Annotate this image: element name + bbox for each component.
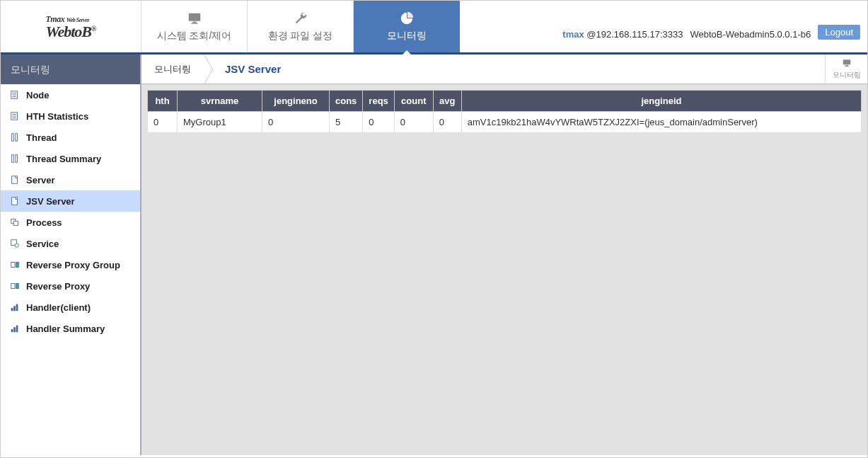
- cell-hth: 0: [148, 112, 178, 133]
- cell-count: 0: [394, 112, 433, 133]
- sidebar-item-thread-summary[interactable]: Thread Summary: [1, 148, 140, 169]
- breadcrumb-current: JSV Server: [204, 55, 302, 84]
- logo: Tmax Web Server WebtoB®: [1, 1, 141, 52]
- sidebar-item-process[interactable]: Process: [1, 212, 140, 233]
- col-svrname: svrname: [178, 91, 262, 112]
- tab-monitoring-label: 모니터링: [387, 30, 427, 42]
- sidebar: 모니터링 Node HTH Statistics Thread Thread S…: [1, 55, 141, 455]
- cell-reqs: 0: [363, 112, 394, 133]
- data-table: hth svrname jengineno cons reqs count av…: [147, 90, 862, 133]
- svg-rect-14: [16, 155, 18, 163]
- sidebar-item-label: Process: [26, 217, 62, 228]
- tab-monitoring[interactable]: 모니터링: [354, 1, 460, 52]
- svg-rect-24: [16, 284, 19, 289]
- sidebar-item-label: HTH Statistics: [26, 111, 88, 122]
- doc-icon: [9, 89, 21, 101]
- sidebar-item-handler-client[interactable]: Handler(client): [1, 297, 140, 318]
- sidebar-item-label: Reverse Proxy: [26, 281, 90, 292]
- breadcrumb-monitor-label: 모니터링: [833, 70, 861, 80]
- table-header-row: hth svrname jengineno cons reqs count av…: [148, 91, 862, 112]
- wrench-icon: [293, 11, 308, 26]
- sidebar-item-label: Server: [26, 175, 54, 185]
- tab-config-label: 환경 파일 설정: [268, 30, 333, 42]
- page-icon: [9, 195, 21, 207]
- svg-rect-1: [192, 22, 197, 23]
- svg-point-20: [15, 244, 18, 247]
- tab-config[interactable]: 환경 파일 설정: [248, 1, 354, 52]
- sidebar-item-reverse-proxy-group[interactable]: Reverse Proxy Group: [1, 254, 140, 275]
- sidebar-item-thread[interactable]: Thread: [1, 127, 140, 148]
- svg-rect-30: [16, 326, 18, 333]
- chart-icon: [9, 302, 21, 313]
- monitor-icon: [840, 58, 853, 69]
- proxy-icon: [9, 259, 21, 270]
- threads-icon: [9, 153, 21, 164]
- svg-rect-16: [12, 197, 18, 205]
- col-cons: cons: [330, 91, 363, 112]
- breadcrumb-root[interactable]: 모니터링: [141, 55, 204, 84]
- logo-reg: ®: [91, 25, 96, 33]
- sidebar-item-label: Handler(client): [26, 302, 91, 313]
- cell-jengineid: amV1c19kb21haW4vYWRtaW5TZXJ2ZXI=(jeus_do…: [461, 112, 861, 133]
- col-jengineno: jengineno: [262, 91, 330, 112]
- svg-rect-11: [12, 134, 14, 142]
- header: Tmax Web Server WebtoB® 시스템 조회/제어 환경 파일 …: [1, 1, 867, 55]
- stack-icon: [9, 217, 21, 228]
- col-avg: avg: [433, 91, 461, 112]
- col-hth: hth: [148, 91, 178, 112]
- sidebar-item-label: JSV Server: [26, 196, 75, 207]
- svg-rect-21: [11, 263, 15, 268]
- threads-icon: [9, 132, 21, 143]
- breadcrumb: 모니터링 JSV Server 모니터링: [141, 55, 867, 84]
- svg-rect-33: [845, 66, 849, 67]
- sidebar-item-label: Reverse Proxy Group: [26, 260, 120, 270]
- cell-jengineno: 0: [262, 112, 330, 133]
- header-right: tmax @192.168.115.17:3333 WebtoB-Webadmi…: [460, 1, 867, 52]
- svg-rect-28: [11, 329, 13, 332]
- svg-rect-23: [11, 284, 15, 289]
- gear-icon: [9, 238, 21, 249]
- username: tmax: [562, 29, 584, 40]
- svg-rect-13: [12, 155, 14, 163]
- proxy-icon: [9, 280, 21, 292]
- svg-rect-27: [16, 304, 18, 311]
- col-reqs: reqs: [363, 91, 394, 112]
- svg-rect-29: [13, 327, 16, 332]
- sidebar-item-label: Service: [26, 239, 59, 249]
- svg-rect-32: [845, 65, 848, 66]
- user-info: tmax @192.168.115.17:3333: [562, 29, 683, 40]
- sidebar-item-jsv-server[interactable]: JSV Server: [1, 190, 140, 212]
- col-jengineid: jengineid: [461, 91, 861, 112]
- svg-rect-12: [16, 134, 18, 142]
- logout-button[interactable]: Logout: [818, 25, 860, 40]
- doc-icon: [9, 110, 21, 122]
- sidebar-item-reverse-proxy[interactable]: Reverse Proxy: [1, 275, 140, 297]
- logo-line2: WebtoB: [46, 23, 91, 40]
- body: 모니터링 Node HTH Statistics Thread Thread S…: [1, 55, 867, 455]
- sidebar-item-hth[interactable]: HTH Statistics: [1, 105, 140, 127]
- sidebar-item-service[interactable]: Service: [1, 233, 140, 254]
- sidebar-item-handler-summary[interactable]: Handler Summary: [1, 318, 140, 339]
- svg-rect-22: [16, 263, 19, 268]
- sidebar-item-label: Handler Summary: [26, 324, 105, 334]
- cell-cons: 5: [330, 112, 363, 133]
- svg-rect-18: [13, 221, 18, 225]
- svg-rect-0: [188, 13, 200, 21]
- user-address: @192.168.115.17:3333: [584, 29, 683, 40]
- main: 모니터링 JSV Server 모니터링 hth svrname jengine…: [141, 55, 867, 455]
- sidebar-item-label: Thread: [26, 132, 57, 143]
- monitor-icon: [187, 11, 202, 26]
- app-version: WebtoB-Webadmin5.0.0.1-b6: [690, 29, 811, 40]
- svg-rect-2: [191, 23, 197, 23]
- svg-rect-31: [843, 59, 850, 64]
- table-row[interactable]: 0 MyGroup1 0 5 0 0 0 amV1c19kb21haW4vYWR…: [148, 112, 862, 133]
- content: hth svrname jengineno cons reqs count av…: [141, 84, 867, 455]
- col-count: count: [394, 91, 433, 112]
- top-tabs: 시스템 조회/제어 환경 파일 설정 모니터링: [141, 1, 460, 52]
- sidebar-item-node[interactable]: Node: [1, 84, 140, 105]
- sidebar-item-label: Node: [26, 90, 50, 101]
- sidebar-item-server[interactable]: Server: [1, 169, 140, 190]
- cell-svrname: MyGroup1: [178, 112, 262, 133]
- tab-system[interactable]: 시스템 조회/제어: [141, 1, 248, 52]
- breadcrumb-monitor-button[interactable]: 모니터링: [825, 55, 867, 84]
